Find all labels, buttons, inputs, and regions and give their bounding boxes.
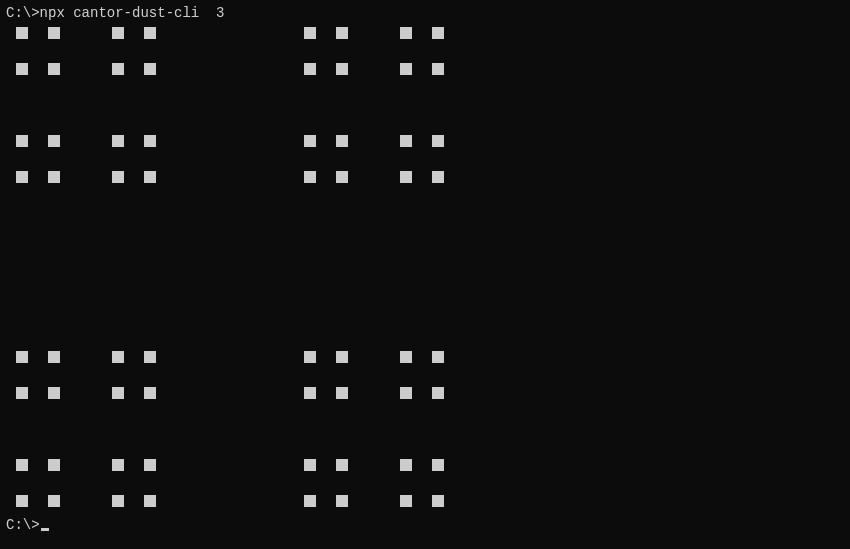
fractal-cell-off [206, 114, 222, 132]
fractal-cell-off [286, 60, 302, 78]
fractal-cell-off [286, 96, 302, 114]
fractal-cell-off [350, 330, 366, 348]
fractal-cell-off [46, 474, 62, 492]
fractal-output [14, 24, 844, 510]
fractal-cell-off [414, 294, 430, 312]
fractal-cell-off [46, 330, 62, 348]
fractal-cell-off [190, 186, 206, 204]
fractal-cell-off [222, 474, 238, 492]
fractal-cell-off [350, 78, 366, 96]
fractal-cell-on [302, 384, 318, 402]
fractal-cell-off [302, 114, 318, 132]
fractal-cell-off [62, 258, 78, 276]
fractal-cell-off [174, 204, 190, 222]
fractal-cell-off [30, 438, 46, 456]
fractal-cell-off [222, 168, 238, 186]
fractal-cell-off [46, 366, 62, 384]
fractal-cell-off [78, 150, 94, 168]
fractal-cell-off [318, 150, 334, 168]
fractal-cell-off [46, 312, 62, 330]
fractal-cell-off [382, 132, 398, 150]
fractal-cell-off [126, 330, 142, 348]
fractal-cell-off [318, 330, 334, 348]
fractal-cell-off [334, 258, 350, 276]
fractal-cell-off [206, 168, 222, 186]
fractal-cell-off [158, 438, 174, 456]
fractal-cell-off [30, 24, 46, 42]
fractal-cell-off [414, 78, 430, 96]
fractal-cell-off [318, 24, 334, 42]
fractal-cell-off [254, 438, 270, 456]
fractal-cell-off [206, 384, 222, 402]
fractal-cell-off [350, 168, 366, 186]
fractal-cell-off [78, 24, 94, 42]
fractal-cell-off [302, 258, 318, 276]
fractal-cell-on [110, 348, 126, 366]
fractal-cell-off [254, 240, 270, 258]
fractal-cell-off [206, 96, 222, 114]
prompt-prefix: C:\> [6, 5, 40, 21]
prompt-line[interactable]: C:\> [6, 516, 844, 534]
fractal-cell-off [222, 456, 238, 474]
fractal-cell-off [254, 276, 270, 294]
fractal-cell-off [382, 492, 398, 510]
fractal-row [14, 168, 844, 186]
fractal-row [14, 402, 844, 420]
fractal-cell-off [110, 42, 126, 60]
fractal-cell-off [286, 312, 302, 330]
fractal-cell-off [78, 420, 94, 438]
fractal-cell-off [270, 24, 286, 42]
fractal-cell-off [318, 294, 334, 312]
fractal-cell-off [62, 132, 78, 150]
fractal-cell-off [190, 276, 206, 294]
fractal-cell-on [430, 384, 446, 402]
fractal-cell-off [238, 42, 254, 60]
fractal-cell-off [222, 60, 238, 78]
fractal-cell-off [158, 420, 174, 438]
fractal-cell-off [254, 24, 270, 42]
fractal-cell-off [14, 366, 30, 384]
fractal-cell-off [366, 24, 382, 42]
fractal-cell-off [430, 438, 446, 456]
fractal-cell-off [206, 186, 222, 204]
fractal-cell-off [334, 330, 350, 348]
fractal-cell-off [78, 348, 94, 366]
fractal-cell-off [334, 294, 350, 312]
fractal-cell-off [430, 258, 446, 276]
fractal-cell-off [46, 78, 62, 96]
fractal-cell-off [238, 420, 254, 438]
fractal-cell-off [430, 42, 446, 60]
fractal-cell-off [382, 222, 398, 240]
fractal-cell-off [46, 150, 62, 168]
fractal-cell-off [110, 330, 126, 348]
fractal-cell-on [46, 348, 62, 366]
fractal-cell-off [78, 438, 94, 456]
fractal-cell-off [238, 348, 254, 366]
fractal-cell-off [158, 60, 174, 78]
fractal-row [14, 132, 844, 150]
fractal-cell-off [398, 222, 414, 240]
fractal-cell-off [78, 132, 94, 150]
fractal-cell-off [334, 186, 350, 204]
fractal-cell-off [318, 96, 334, 114]
fractal-cell-off [190, 42, 206, 60]
fractal-cell-on [142, 168, 158, 186]
fractal-cell-off [382, 276, 398, 294]
fractal-cell-off [142, 366, 158, 384]
fractal-cell-off [254, 330, 270, 348]
fractal-cell-off [254, 348, 270, 366]
fractal-cell-on [46, 384, 62, 402]
command-line[interactable]: C:\>npx cantor-dust-cli 3 [6, 4, 844, 22]
fractal-cell-off [398, 312, 414, 330]
fractal-cell-off [78, 186, 94, 204]
fractal-row [14, 438, 844, 456]
fractal-cell-on [398, 348, 414, 366]
fractal-cell-off [414, 150, 430, 168]
fractal-cell-off [286, 294, 302, 312]
fractal-cell-off [126, 348, 142, 366]
fractal-cell-off [174, 366, 190, 384]
fractal-row [14, 186, 844, 204]
fractal-cell-off [398, 402, 414, 420]
fractal-cell-off [382, 312, 398, 330]
fractal-cell-off [238, 204, 254, 222]
